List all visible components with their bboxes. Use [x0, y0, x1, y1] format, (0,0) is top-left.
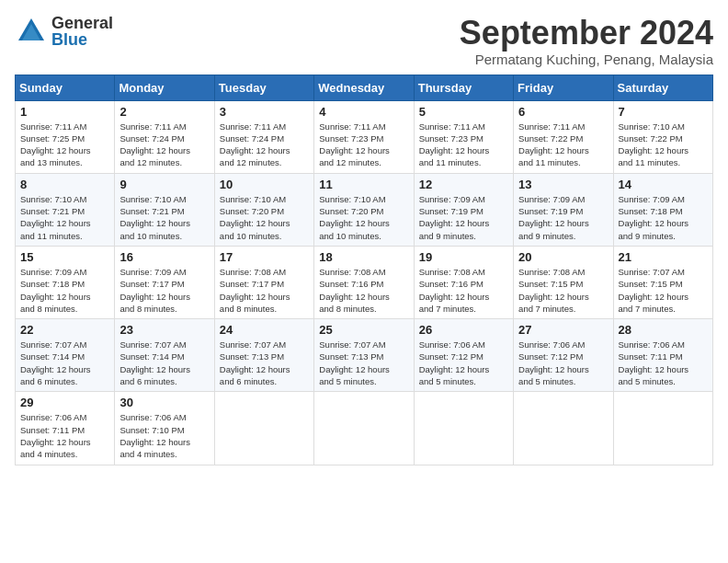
- day-info: Sunrise: 7:11 AMSunset: 7:25 PMDaylight:…: [20, 121, 109, 169]
- day-info: Sunrise: 7:10 AMSunset: 7:21 PMDaylight:…: [119, 193, 209, 242]
- day-info: Sunrise: 7:10 AMSunset: 7:20 PMDaylight:…: [220, 193, 309, 242]
- day-info: Sunrise: 7:10 AMSunset: 7:22 PMDaylight:…: [619, 121, 708, 169]
- calendar-cell: 29Sunrise: 7:06 AMSunset: 7:11 PMDayligh…: [16, 392, 115, 465]
- calendar-cell: 22Sunrise: 7:07 AMSunset: 7:14 PMDayligh…: [16, 319, 115, 392]
- weekday-header-saturday: Saturday: [613, 75, 712, 100]
- day-number: 29: [20, 396, 109, 409]
- calendar-cell: 2Sunrise: 7:11 AMSunset: 7:24 PMDaylight…: [115, 100, 214, 173]
- weekday-header-sunday: Sunday: [16, 75, 115, 100]
- day-number: 14: [619, 178, 708, 191]
- calendar-cell: [514, 392, 613, 465]
- day-info: Sunrise: 7:09 AMSunset: 7:18 PMDaylight:…: [619, 193, 708, 242]
- month-year-title: September 2024: [460, 15, 713, 52]
- day-number: 30: [119, 396, 209, 409]
- calendar-cell: 8Sunrise: 7:10 AMSunset: 7:21 PMDaylight…: [16, 173, 115, 246]
- day-number: 10: [220, 178, 309, 191]
- day-info: Sunrise: 7:09 AMSunset: 7:17 PMDaylight:…: [119, 266, 209, 315]
- calendar-cell: 16Sunrise: 7:09 AMSunset: 7:17 PMDayligh…: [115, 246, 214, 318]
- day-number: 19: [419, 250, 508, 264]
- day-info: Sunrise: 7:06 AMSunset: 7:11 PMDaylight:…: [619, 339, 708, 387]
- calendar-cell: 20Sunrise: 7:08 AMSunset: 7:15 PMDayligh…: [514, 246, 613, 318]
- day-number: 5: [419, 105, 508, 119]
- location-subtitle: Permatang Kuching, Penang, Malaysia: [460, 52, 713, 67]
- page-header: General Blue September 2024 Permatang Ku…: [15, 15, 713, 67]
- calendar-cell: 19Sunrise: 7:08 AMSunset: 7:16 PMDayligh…: [414, 246, 513, 318]
- logo-general-text: General: [51, 15, 113, 31]
- calendar-cell: 24Sunrise: 7:07 AMSunset: 7:13 PMDayligh…: [214, 319, 313, 392]
- logo-name: General Blue: [51, 15, 113, 48]
- calendar-cell: 5Sunrise: 7:11 AMSunset: 7:23 PMDaylight…: [414, 100, 513, 173]
- day-number: 22: [20, 323, 109, 337]
- logo-icon: [15, 15, 48, 48]
- day-number: 2: [119, 105, 209, 119]
- day-number: 11: [319, 178, 408, 191]
- day-number: 28: [619, 323, 708, 337]
- calendar-cell: [613, 392, 712, 465]
- day-info: Sunrise: 7:06 AMSunset: 7:12 PMDaylight:…: [518, 339, 608, 387]
- calendar-cell: 9Sunrise: 7:10 AMSunset: 7:21 PMDaylight…: [115, 173, 214, 246]
- logo: General Blue: [15, 15, 113, 48]
- calendar-cell: [214, 392, 313, 465]
- weekday-header-wednesday: Wednesday: [314, 75, 414, 100]
- day-number: 17: [220, 250, 309, 264]
- day-info: Sunrise: 7:10 AMSunset: 7:21 PMDaylight:…: [20, 193, 109, 242]
- day-info: Sunrise: 7:11 AMSunset: 7:22 PMDaylight:…: [518, 121, 608, 169]
- day-number: 6: [518, 105, 608, 119]
- day-info: Sunrise: 7:11 AMSunset: 7:23 PMDaylight:…: [319, 121, 408, 169]
- day-info: Sunrise: 7:10 AMSunset: 7:20 PMDaylight:…: [319, 193, 408, 242]
- day-number: 3: [220, 105, 309, 119]
- day-number: 21: [619, 250, 708, 264]
- day-info: Sunrise: 7:09 AMSunset: 7:19 PMDaylight:…: [419, 193, 508, 242]
- day-info: Sunrise: 7:08 AMSunset: 7:15 PMDaylight:…: [518, 266, 608, 315]
- calendar-table: SundayMondayTuesdayWednesdayThursdayFrid…: [15, 75, 713, 465]
- calendar-cell: 17Sunrise: 7:08 AMSunset: 7:17 PMDayligh…: [214, 246, 313, 318]
- calendar-week-row: 22Sunrise: 7:07 AMSunset: 7:14 PMDayligh…: [16, 319, 713, 392]
- calendar-cell: 15Sunrise: 7:09 AMSunset: 7:18 PMDayligh…: [16, 246, 115, 318]
- calendar-cell: 13Sunrise: 7:09 AMSunset: 7:19 PMDayligh…: [514, 173, 613, 246]
- calendar-cell: 27Sunrise: 7:06 AMSunset: 7:12 PMDayligh…: [514, 319, 613, 392]
- calendar-cell: 10Sunrise: 7:10 AMSunset: 7:20 PMDayligh…: [214, 173, 313, 246]
- day-number: 4: [319, 105, 408, 119]
- day-info: Sunrise: 7:08 AMSunset: 7:17 PMDaylight:…: [220, 266, 309, 315]
- day-info: Sunrise: 7:07 AMSunset: 7:15 PMDaylight:…: [619, 266, 708, 315]
- day-info: Sunrise: 7:07 AMSunset: 7:14 PMDaylight:…: [119, 339, 209, 387]
- day-info: Sunrise: 7:07 AMSunset: 7:13 PMDaylight:…: [220, 339, 309, 387]
- calendar-cell: 3Sunrise: 7:11 AMSunset: 7:24 PMDaylight…: [214, 100, 313, 173]
- day-info: Sunrise: 7:06 AMSunset: 7:11 PMDaylight:…: [20, 411, 109, 460]
- day-info: Sunrise: 7:09 AMSunset: 7:19 PMDaylight:…: [518, 193, 608, 242]
- weekday-header-thursday: Thursday: [414, 75, 513, 100]
- day-info: Sunrise: 7:11 AMSunset: 7:24 PMDaylight:…: [119, 121, 209, 169]
- calendar-cell: 4Sunrise: 7:11 AMSunset: 7:23 PMDaylight…: [314, 100, 414, 173]
- day-info: Sunrise: 7:06 AMSunset: 7:12 PMDaylight:…: [419, 339, 508, 387]
- day-number: 7: [619, 105, 708, 119]
- calendar-week-row: 15Sunrise: 7:09 AMSunset: 7:18 PMDayligh…: [16, 246, 713, 318]
- logo-blue-text: Blue: [51, 31, 113, 48]
- calendar-cell: 28Sunrise: 7:06 AMSunset: 7:11 PMDayligh…: [613, 319, 712, 392]
- calendar-cell: 21Sunrise: 7:07 AMSunset: 7:15 PMDayligh…: [613, 246, 712, 318]
- calendar-week-row: 29Sunrise: 7:06 AMSunset: 7:11 PMDayligh…: [16, 392, 713, 465]
- day-info: Sunrise: 7:11 AMSunset: 7:23 PMDaylight:…: [419, 121, 508, 169]
- day-number: 1: [20, 105, 109, 119]
- day-number: 20: [518, 250, 608, 264]
- day-number: 24: [220, 323, 309, 337]
- calendar-cell: 23Sunrise: 7:07 AMSunset: 7:14 PMDayligh…: [115, 319, 214, 392]
- day-number: 16: [119, 250, 209, 264]
- weekday-header-row: SundayMondayTuesdayWednesdayThursdayFrid…: [16, 75, 713, 100]
- calendar-cell: [414, 392, 513, 465]
- day-number: 8: [20, 178, 109, 191]
- day-number: 9: [119, 178, 209, 191]
- day-number: 23: [119, 323, 209, 337]
- calendar-cell: 11Sunrise: 7:10 AMSunset: 7:20 PMDayligh…: [314, 173, 414, 246]
- day-number: 27: [518, 323, 608, 337]
- day-info: Sunrise: 7:07 AMSunset: 7:14 PMDaylight:…: [20, 339, 109, 387]
- day-number: 12: [419, 178, 508, 191]
- day-info: Sunrise: 7:06 AMSunset: 7:10 PMDaylight:…: [119, 411, 209, 460]
- calendar-cell: 18Sunrise: 7:08 AMSunset: 7:16 PMDayligh…: [314, 246, 414, 318]
- calendar-cell: 14Sunrise: 7:09 AMSunset: 7:18 PMDayligh…: [613, 173, 712, 246]
- weekday-header-friday: Friday: [514, 75, 613, 100]
- day-info: Sunrise: 7:09 AMSunset: 7:18 PMDaylight:…: [20, 266, 109, 315]
- calendar-cell: 7Sunrise: 7:10 AMSunset: 7:22 PMDaylight…: [613, 100, 712, 173]
- day-number: 15: [20, 250, 109, 264]
- calendar-cell: 12Sunrise: 7:09 AMSunset: 7:19 PMDayligh…: [414, 173, 513, 246]
- calendar-week-row: 1Sunrise: 7:11 AMSunset: 7:25 PMDaylight…: [16, 100, 713, 173]
